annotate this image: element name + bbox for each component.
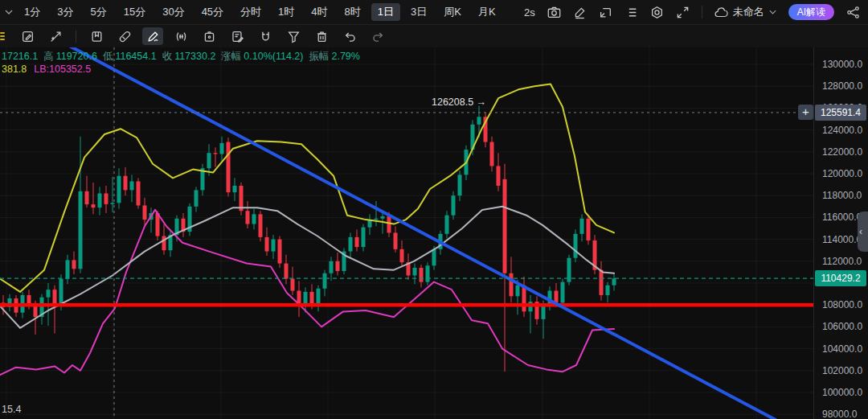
price-tick: 106000.0 — [822, 321, 862, 332]
open-value: 17216.1 — [2, 51, 38, 62]
clipped-tool-icon[interactable] — [0, 30, 5, 43]
chart-area: 17216.1高119720.6低116454.1收117330.2涨幅0.10… — [0, 47, 868, 419]
timeframe-1时[interactable]: 1时 — [272, 3, 301, 21]
timeframe-15分[interactable]: 15分 — [117, 3, 152, 21]
undo-icon[interactable] — [339, 27, 360, 45]
price-tick: 122000.0 — [822, 146, 862, 158]
price-tick: 128000.0 — [822, 80, 862, 92]
chevron-down-icon[interactable] — [5, 10, 13, 14]
low-label: 低 — [103, 51, 113, 62]
low-value: 116454.1 — [115, 51, 156, 62]
topbar-right-group: 2s 未命名 — [524, 4, 860, 20]
sticker-icon[interactable] — [199, 27, 219, 45]
high-value: 119720.6 — [56, 51, 97, 62]
change-label: 涨幅 — [221, 51, 241, 62]
share-icon[interactable] — [846, 6, 860, 19]
timeframe-1日[interactable]: 1日 — [371, 3, 400, 21]
timeframe-30分[interactable]: 30分 — [156, 3, 190, 21]
price-tick: 118000.0 — [822, 190, 862, 201]
eraser-icon[interactable] — [114, 27, 135, 45]
bottom-left-partial-label: 15.4 — [2, 404, 21, 415]
trading-app: 1分3分5分15分30分45分分时1时4时8时1日3日周K月K 2s — [0, 0, 868, 419]
timeframe-3分[interactable]: 3分 — [51, 3, 80, 21]
add-alert-button[interactable]: + — [798, 105, 813, 120]
boll-lower-value: LB:105352.5 — [34, 64, 91, 75]
price-tick: 112000.0 — [822, 256, 862, 267]
trash-icon[interactable] — [311, 27, 332, 45]
fullscreen-icon[interactable] — [676, 6, 690, 19]
divider — [76, 31, 76, 43]
redo-icon[interactable] — [367, 27, 388, 45]
timeframe-list: 1分3分5分15分30分45分分时1时4时8时1日3日周K月K — [18, 3, 502, 21]
timeframe-周K[interactable]: 周K — [437, 3, 468, 21]
price-tick: 100000.0 — [822, 387, 862, 398]
add-panel-icon[interactable] — [599, 6, 612, 19]
workspace-name: 未命名 — [733, 5, 764, 19]
panel-collapse-handle[interactable]: ‹ — [858, 212, 868, 252]
bookmark-icon[interactable] — [86, 27, 107, 45]
last-price-tag: 110429.2 — [815, 270, 866, 286]
timeframe-4时[interactable]: 4时 — [305, 3, 334, 21]
high-label: 高 — [43, 51, 54, 62]
filter-icon[interactable] — [283, 27, 304, 45]
amplitude-value: 2.79% — [331, 51, 359, 62]
candle-countdown: 2s — [524, 6, 535, 18]
timeframe-分时[interactable]: 分时 — [234, 3, 268, 21]
close-value: 117330.2 — [174, 51, 215, 62]
brush-icon[interactable] — [142, 27, 163, 45]
price-tick: 98000.0 — [822, 409, 857, 419]
price-tick: 130000.0 — [822, 59, 862, 70]
price-tick: 116000.0 — [822, 212, 862, 223]
timeframe-8时[interactable]: 8时 — [338, 3, 367, 21]
settings-icon[interactable] — [650, 6, 664, 19]
price-tick: 114000.0 — [822, 234, 862, 245]
boll-upper-partial: 381.8 — [2, 64, 27, 75]
edit-chart-icon[interactable] — [17, 27, 38, 45]
cloud-icon — [714, 7, 728, 18]
timeframe-3日[interactable]: 3日 — [404, 3, 433, 21]
timeframe-月K[interactable]: 月K — [472, 3, 502, 21]
chevron-down-icon — [769, 10, 776, 14]
change-value: 0.10%(114.2) — [244, 51, 303, 62]
magnet-icon[interactable] — [255, 27, 276, 45]
ai-analysis-button[interactable]: AI解读 — [788, 4, 834, 20]
timeframe-1分[interactable]: 1分 — [18, 3, 47, 21]
price-tick: 120000.0 — [822, 168, 862, 179]
notes-icon[interactable] — [227, 27, 248, 45]
ohlc-line1: 17216.1高119720.6低116454.1收117330.2涨幅0.10… — [2, 50, 360, 63]
divider — [702, 6, 702, 18]
timeframe-5分[interactable]: 5分 — [84, 3, 113, 21]
trend-line-icon[interactable] — [45, 27, 66, 45]
crosshair-price-tag: 125591.4 — [815, 105, 866, 121]
indicator-line: 381.8LB:105352.5 — [2, 63, 360, 76]
price-tick: 102000.0 — [822, 365, 862, 376]
amplitude-label: 振幅 — [309, 51, 329, 62]
edit-icon[interactable] — [573, 6, 587, 19]
close-label: 收 — [162, 51, 173, 62]
price-tick: 108000.0 — [822, 299, 862, 310]
ohlc-readout: 17216.1高119720.6低116454.1收117330.2涨幅0.10… — [2, 50, 360, 76]
drawing-toolbar — [0, 24, 868, 47]
list-icon[interactable] — [624, 6, 638, 19]
price-tick: 104000.0 — [822, 343, 862, 355]
camera-icon[interactable] — [547, 6, 561, 19]
peak-price-annotation: 126208.5 → — [432, 97, 486, 108]
timeframe-45分[interactable]: 45分 — [195, 3, 230, 21]
top-toolbar: 1分3分5分15分30分45分分时1时4时8时1日3日周K月K 2s — [0, 0, 868, 24]
price-tick: 124000.0 — [822, 125, 862, 136]
chart-canvas[interactable] — [0, 47, 813, 419]
pattern-icon[interactable] — [170, 27, 191, 45]
workspace-selector[interactable]: 未命名 — [714, 5, 776, 19]
